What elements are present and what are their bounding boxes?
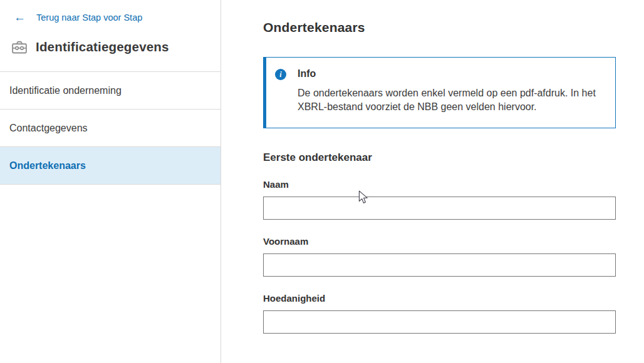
voornaam-input[interactable] <box>263 253 616 277</box>
sidebar-header: ← Terug naar Stap voor Stap Identificati… <box>0 0 221 71</box>
field-hoedanigheid: Hoedanigheid <box>263 293 616 334</box>
toolbox-icon <box>9 38 30 56</box>
sidebar-title-label: Identificatiegegevens <box>36 39 169 54</box>
section-title: Eerste ondertekenaar <box>263 151 616 164</box>
info-icon: i <box>275 69 286 80</box>
info-box: i Info De ondertekenaars worden enkel ve… <box>263 57 616 128</box>
sidebar-title: Identificatiegegevens <box>9 38 210 56</box>
sidebar-nav: Identificatie onderneming Contactgegeven… <box>0 71 221 185</box>
sidebar-item-contactgegevens[interactable]: Contactgegevens <box>0 110 221 147</box>
sidebar: ← Terug naar Stap voor Stap Identificati… <box>0 0 221 363</box>
hoedanigheid-input[interactable] <box>263 310 616 334</box>
hoedanigheid-label: Hoedanigheid <box>263 293 616 304</box>
info-content: Info De ondertekenaars worden enkel verm… <box>298 68 604 114</box>
app-window: ← Terug naar Stap voor Stap Identificati… <box>0 0 644 363</box>
naam-input[interactable] <box>263 197 616 220</box>
naam-label: Naam <box>263 179 616 190</box>
voornaam-label: Voornaam <box>263 236 616 247</box>
field-naam: Naam <box>263 179 616 220</box>
info-title: Info <box>298 68 604 80</box>
field-voornaam: Voornaam <box>263 236 616 277</box>
back-link-label: Terug naar Stap voor Stap <box>36 13 142 23</box>
sidebar-item-identificatie-onderneming[interactable]: Identificatie onderneming <box>0 72 221 110</box>
back-link[interactable]: ← Terug naar Stap voor Stap <box>9 13 210 23</box>
back-arrow-icon: ← <box>14 13 26 23</box>
sidebar-item-ondertekenaars[interactable]: Ondertekenaars <box>0 147 221 185</box>
info-text: De ondertekenaars worden enkel vermeld o… <box>298 86 604 114</box>
page-title: Ondertekenaars <box>263 19 616 36</box>
main-content: Ondertekenaars i Info De ondertekenaars … <box>221 0 644 363</box>
